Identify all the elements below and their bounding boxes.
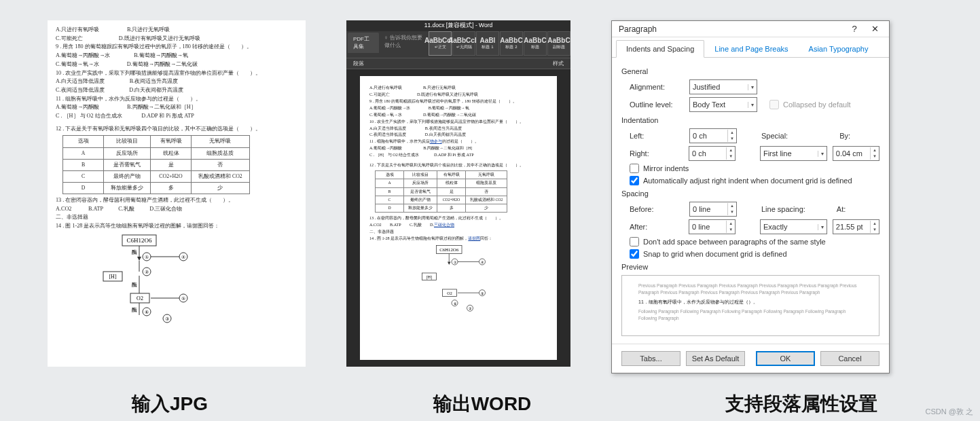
svg-text:O2: O2 (137, 295, 143, 301)
right-spinner[interactable]: 0 ch▲▼ (689, 146, 736, 161)
svg-text:[H]: [H] (427, 275, 432, 280)
style-heading2[interactable]: AaBbC标题 2 (500, 31, 523, 56)
alignment-select[interactable]: Justified▾ (689, 79, 757, 94)
doc-line: A.CO2 B.ATP C.乳酸 D.三碳化合物 (56, 205, 297, 214)
spin-down-icon[interactable]: ▼ (727, 153, 735, 160)
spin-up-icon[interactable]: ▲ (728, 203, 736, 209)
by-spinner[interactable]: 0.04 cm▲▼ (833, 146, 879, 161)
svg-text:C6H12O6: C6H12O6 (439, 247, 458, 252)
before-label: Before: (630, 205, 684, 213)
doc-line: A.只进行有氧呼吸 B.只进行无氧呼吸 (56, 26, 297, 35)
hyperlink[interactable]: 请据图 (468, 236, 480, 240)
special-select[interactable]: First line▾ (760, 146, 827, 161)
comparison-table: 选项比较项目有氧呼吸无氧呼吸 A反应场所线粒体细胞质基质 B是否需氧气是否 C最… (375, 170, 507, 213)
after-spinner[interactable]: 0 line▲▼ (689, 219, 736, 234)
jpg-panel: A.只进行有氧呼吸 B.只进行无氧呼吸 C.可能死亡 D.既进行有氧呼吸又进行无… (48, 20, 306, 367)
spin-up-icon[interactable]: ▲ (871, 147, 879, 153)
section-indentation: Indentation (621, 116, 879, 124)
spin-down-icon[interactable]: ▼ (728, 209, 736, 215)
svg-text:③: ③ (165, 316, 169, 322)
doc-line: 二、非选择题 (56, 213, 297, 222)
dialog-tabs: Indents and Spacing Line and Page Breaks… (612, 37, 889, 58)
svg-text:酶: 酶 (132, 282, 137, 288)
doc-line: C.葡萄糖→氧→水 D.葡萄糖→丙酮酸→二氧化碳 (56, 60, 297, 69)
tabs-button[interactable]: Tabs... (621, 351, 680, 366)
autoright-label: Automatically adjust right indent when d… (643, 177, 852, 185)
doc-line: 10 . 农业生产实践中，采取下列哪项措施能够提高温室作物的单位面积产量（ ）。 (56, 69, 297, 78)
doc-line: A.葡萄糖→丙酮酸 B.丙酮酸→二氧化碳和［H］ (56, 103, 297, 112)
section-spacing: Spacing (621, 189, 879, 198)
tab-asian-typography[interactable]: Asian Typography (799, 40, 879, 58)
style-nospacing[interactable]: AaBbCcD↵无间隔 (452, 31, 475, 56)
doc-line: C.夜间适当降低温度 D.白天夜间都升高温度 (56, 86, 297, 95)
doc-line: 9 . 用含 180 的葡萄糖跟踪有氧呼吸过程中的氧原子，180 转移的途径是（… (56, 43, 297, 52)
ribbon-tab-pdf[interactable]: PDF工具集 (348, 33, 379, 53)
linespacing-select[interactable]: Exactly▾ (760, 219, 827, 234)
close-button[interactable]: ✕ (865, 24, 885, 34)
respiration-diagram: C6H12O6 ① ④ [H] O2 ⑤ ⑥ ③ (417, 244, 498, 316)
left-spinner[interactable]: 0 ch▲▼ (689, 128, 737, 143)
snap-checkbox[interactable] (630, 249, 639, 259)
left-label: Left: (630, 132, 684, 140)
outline-label: Outline level: (630, 100, 684, 109)
word-document-area[interactable]: A.只进行有氧呼吸 B.只进行无氧呼吸 C.可能死亡 D.既进行有氧呼吸又进行无… (346, 69, 570, 367)
caption-jpg: 输入JPG (0, 391, 340, 417)
watermark: CSDN @敦 之 (926, 407, 973, 417)
spin-up-icon[interactable]: ▲ (727, 221, 735, 227)
help-button[interactable]: ? (844, 24, 865, 34)
hyperlink[interactable]: 三碳化合物 (434, 222, 454, 227)
svg-text:[H]: [H] (109, 274, 116, 280)
caption-row: 输入JPG 输出WORD 支持段落属性设置 (0, 391, 980, 417)
cancel-button[interactable]: Cancel (820, 351, 879, 366)
preview-previous: Previous Paragraph Previous Paragraph Pr… (638, 282, 863, 296)
svg-marker-3 (137, 257, 141, 261)
svg-text:酶: 酶 (132, 307, 137, 313)
tab-line-page-breaks[interactable]: Line and Page Breaks (704, 40, 798, 58)
group-styles: 样式 (553, 60, 564, 67)
outline-select[interactable]: Body Text▾ (689, 97, 757, 112)
paragraph-dialog: Paragraph ? ✕ Indents and Spacing Line a… (611, 20, 890, 373)
autoright-checkbox[interactable] (630, 176, 639, 185)
mirror-checkbox[interactable] (630, 164, 639, 173)
collapsed-checkbox (769, 100, 779, 109)
spin-up-icon[interactable]: ▲ (728, 130, 736, 136)
dialog-footer: Tabs... Set As Default OK Cancel (612, 344, 889, 373)
svg-text:O2: O2 (447, 291, 452, 295)
right-label: Right: (630, 149, 683, 158)
chevron-down-icon: ▾ (818, 224, 824, 230)
chevron-down-icon: ▾ (748, 84, 754, 90)
spin-down-icon[interactable]: ▼ (728, 136, 736, 142)
spin-up-icon[interactable]: ▲ (727, 147, 735, 153)
set-default-button[interactable]: Set As Default (686, 351, 745, 366)
ok-button[interactable]: OK (756, 351, 815, 366)
tell-me-search[interactable]: ♀ 告诉我你想要做什么 (380, 31, 429, 52)
special-label: Special: (761, 132, 788, 140)
word-ribbon: PDF工具集 ♀ 告诉我你想要做什么 AaBbCcD↵正文 AaBbCcD↵无间… (346, 31, 570, 58)
tab-indents-spacing[interactable]: Indents and Spacing (616, 40, 704, 58)
doc-line: 11 . 细胞有氧呼吸中，水作为反应物参与的过程是（ ）。 (56, 95, 297, 104)
spin-down-icon[interactable]: ▼ (871, 227, 879, 233)
collapsed-label: Collapsed by default (783, 100, 851, 109)
ribbon-subbar: 段落 样式 (346, 58, 570, 69)
style-gallery: AaBbCcD↵正文 AaBbCcD↵无间隔 AaBl标题 1 AaBbC标题 … (429, 31, 570, 58)
svg-text:C6H12O6: C6H12O6 (126, 237, 152, 244)
spin-down-icon[interactable]: ▼ (871, 153, 879, 160)
at-spinner[interactable]: 21.55 pt▲▼ (833, 219, 879, 234)
caption-word: 输出WORD (340, 391, 625, 417)
style-title[interactable]: AaBbC标题 (524, 31, 547, 56)
spin-down-icon[interactable]: ▼ (727, 227, 735, 233)
spin-up-icon[interactable]: ▲ (871, 221, 879, 227)
chevron-down-icon: ▾ (748, 102, 754, 108)
after-label: After: (630, 223, 683, 231)
noadd-checkbox[interactable] (630, 237, 639, 246)
style-heading1[interactable]: AaBl标题 1 (476, 31, 499, 56)
preview-next: Following Paragraph Following Paragraph … (638, 308, 863, 322)
before-spinner[interactable]: 0 line▲▼ (689, 202, 737, 217)
by-label: By: (839, 132, 850, 140)
linespacing-label: Line spacing: (761, 205, 805, 213)
hyperlink[interactable]: 物参与 (430, 139, 442, 143)
at-label: At: (837, 205, 846, 213)
svg-marker-31 (448, 262, 451, 266)
style-subtitle[interactable]: AaBbC副标题 (547, 31, 570, 56)
comparison-table: 选项比较项目有氧呼吸无氧呼吸 A反应场所线粒体细胞质基质 B是否需氧气是否 C最… (62, 135, 250, 194)
